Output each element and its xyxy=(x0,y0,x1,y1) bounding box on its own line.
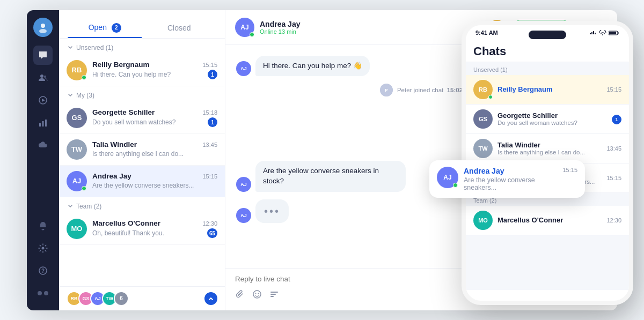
section-my: My (3) xyxy=(59,86,225,102)
section-team: Team (2) xyxy=(59,197,225,213)
phone-chat-georgette[interactable]: GS Georgette Schiller Do you sell woman … xyxy=(466,105,629,134)
phone-chat-info-marcellus: Marcellus O'Conner xyxy=(497,216,602,224)
chat-avatar-andrea: AJ xyxy=(67,171,87,191)
bubble-typing: ••• xyxy=(255,199,289,223)
chat-item-georgette[interactable]: GS Georgette Schiller 15:18 Do you sell … xyxy=(59,102,225,134)
chat-item-andrea[interactable]: AJ Andrea Jay 15:15 Are the yellow conve… xyxy=(59,166,225,197)
svg-point-0 xyxy=(41,24,45,28)
sidebar-icon-gear[interactable] xyxy=(33,239,53,258)
chat-item-talia[interactable]: TW Talia Windler 13:45 Is there anything… xyxy=(59,134,225,166)
system-avatar: P xyxy=(380,84,393,96)
svg-rect-22 xyxy=(270,296,274,297)
phone-chat-info-georgette: Georgette Schiller Do you sell woman wat… xyxy=(497,111,607,126)
sidebar: ? xyxy=(27,10,59,310)
svg-point-17 xyxy=(253,291,261,298)
stacked-count: 6 xyxy=(114,291,129,306)
online-dot xyxy=(488,95,493,99)
svg-rect-8 xyxy=(45,120,47,126)
sidebar-icon-users[interactable] xyxy=(33,68,53,87)
chat-info-andrea: Andrea Jay 15:15 Are the yellow converse… xyxy=(92,172,217,190)
sidebar-icon-cloud[interactable] xyxy=(33,136,53,155)
svg-rect-20 xyxy=(270,292,278,293)
bubble-sneakers: Are the yellow converse sneakers in stoc… xyxy=(255,161,406,192)
stacked-avatars: RB GS AJ TW 6 xyxy=(67,291,129,306)
msg-avatar-typing: AJ xyxy=(236,208,251,223)
phone-chat-info-talia: Talia Windler Is there anything else I c… xyxy=(497,141,602,155)
phone-avatar-georgette: GS xyxy=(473,109,493,129)
tab-open[interactable]: Open 2 xyxy=(68,18,142,38)
svg-point-1 xyxy=(39,29,47,33)
svg-point-23 xyxy=(602,34,603,35)
svg-rect-25 xyxy=(609,32,616,34)
svg-rect-6 xyxy=(39,123,41,126)
msg-avatar-2: AJ xyxy=(236,177,251,192)
notification-popup[interactable]: AJ Andrea Jay Are the yellow converse sn… xyxy=(429,160,585,198)
notif-avatar: AJ xyxy=(437,167,458,188)
chat-list-footer: RB GS AJ TW 6 xyxy=(59,286,225,310)
svg-point-19 xyxy=(258,293,259,294)
svg-marker-5 xyxy=(42,99,45,102)
svg-rect-21 xyxy=(270,294,276,295)
footer-chevron-up[interactable] xyxy=(204,292,217,305)
chat-info-georgette: Georgette Schiller 15:18 Do you sell wom… xyxy=(92,108,217,127)
msg-avatar: AJ xyxy=(236,61,251,76)
notif-info: Andrea Jay Are the yellow converse sneak… xyxy=(464,167,557,191)
phone-chat-reilly[interactable]: RB Reilly Bergnaum 15:15 xyxy=(466,75,629,105)
online-indicator xyxy=(82,75,86,80)
svg-point-12 xyxy=(38,291,42,295)
sidebar-icon-chat[interactable] xyxy=(33,46,53,65)
phone-unread-badge: 1 xyxy=(612,115,621,124)
chat-info-marcellus: Marcellus O'Conner 12:30 Oh, beautiful! … xyxy=(92,219,217,238)
sidebar-icon-play[interactable] xyxy=(33,91,53,110)
phone-chat-marcellus[interactable]: MO Marcellus O'Conner 12:30 xyxy=(466,206,629,235)
svg-point-9 xyxy=(42,247,45,249)
chat-avatar-marcellus: MO xyxy=(67,219,87,239)
phone-notch xyxy=(529,31,566,39)
svg-point-18 xyxy=(255,293,257,294)
tab-closed[interactable]: Closed xyxy=(142,18,217,38)
chat-item-marcellus[interactable]: MO Marcellus O'Conner 12:30 Oh, beautifu… xyxy=(59,213,225,245)
signature-icon[interactable] xyxy=(269,289,279,302)
sidebar-icon-chart[interactable] xyxy=(33,113,53,132)
chat-info-talia: Talia Windler 13:45 Is there anything el… xyxy=(92,140,217,158)
phone-avatar-reilly: RB xyxy=(473,80,493,99)
attachment-icon[interactable] xyxy=(235,289,245,302)
chat-header-avatar: AJ xyxy=(235,18,254,37)
svg-text:?: ? xyxy=(41,268,45,274)
chat-avatar-georgette: GS xyxy=(67,108,87,128)
sidebar-icon-bell[interactable] xyxy=(33,216,53,235)
chat-list-panel: Open 2 Closed Unserved (1) RB xyxy=(59,10,225,310)
bubble: Hi there. Can you help me? 👋 xyxy=(255,56,370,77)
avatar[interactable] xyxy=(33,18,53,37)
emoji-icon[interactable] xyxy=(252,289,262,302)
sidebar-icon-question[interactable]: ? xyxy=(33,261,53,280)
chat-avatar-talia: TW xyxy=(67,139,87,160)
svg-point-2 xyxy=(40,75,43,78)
phone-chat-info-reilly: Reilly Bergnaum xyxy=(497,85,602,93)
phone-avatar-marcellus: MO xyxy=(473,211,493,230)
online-indicator xyxy=(82,186,86,191)
chat-list-tabs: Open 2 Closed xyxy=(59,10,225,39)
phone-chat-talia[interactable]: TW Talia Windler Is there anything else … xyxy=(466,134,629,163)
chat-list-body: Unserved (1) RB Reilly Bergnaum 15:15 Hi… xyxy=(59,39,225,286)
sidebar-icon-agents[interactable] xyxy=(33,284,53,303)
phone-status-icons xyxy=(589,30,619,35)
online-dot xyxy=(453,183,458,188)
app-wrapper: ? Open 2 Closed Unserved xyxy=(27,10,617,310)
svg-rect-7 xyxy=(42,121,44,126)
online-indicator xyxy=(250,32,254,37)
section-unserved: Unserved (1) xyxy=(59,39,225,55)
system-message: P Peter joined chat 15:02 xyxy=(380,84,463,96)
phone-app-header: Chats xyxy=(466,38,629,62)
chat-info-reilly: Reilly Bergnaum 15:15 Hi there. Can you … xyxy=(92,61,217,79)
chat-item-reilly[interactable]: RB Reilly Bergnaum 15:15 Hi there. Can y… xyxy=(59,55,225,86)
phone-notch-bar: 9:41 AM xyxy=(466,25,629,38)
chat-avatar-reilly: RB xyxy=(67,60,87,80)
chat-header-info: Andrea Jay Online 13 min xyxy=(260,20,484,35)
phone-avatar-talia: TW xyxy=(473,139,493,158)
svg-point-13 xyxy=(44,291,48,295)
svg-point-3 xyxy=(44,75,46,77)
